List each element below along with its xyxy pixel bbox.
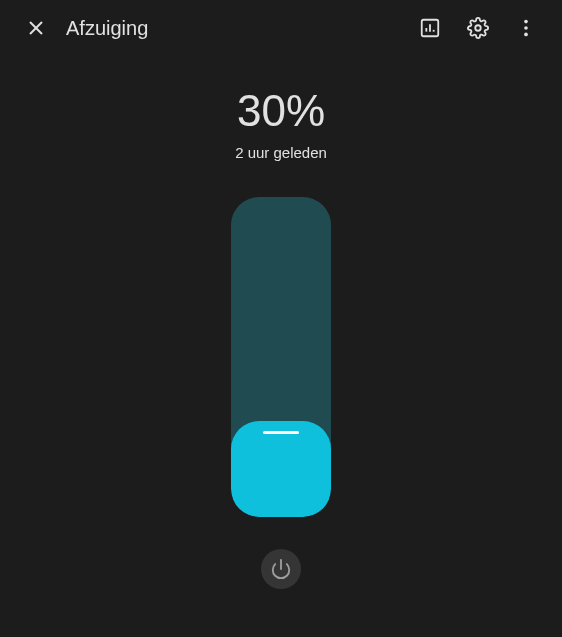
last-updated-timestamp: 2 uur geleden bbox=[235, 144, 327, 161]
slider-fill bbox=[231, 421, 331, 517]
close-icon bbox=[24, 16, 48, 40]
power-icon bbox=[270, 558, 292, 580]
chart-icon bbox=[419, 17, 441, 39]
svg-point-8 bbox=[524, 26, 528, 30]
close-button[interactable] bbox=[16, 8, 56, 48]
power-button[interactable] bbox=[261, 549, 301, 589]
settings-button[interactable] bbox=[458, 8, 498, 48]
percentage-value: 30% bbox=[237, 86, 325, 136]
gear-icon bbox=[467, 17, 489, 39]
svg-point-7 bbox=[524, 20, 528, 24]
slider-handle bbox=[263, 431, 299, 434]
svg-point-6 bbox=[475, 25, 481, 31]
more-vertical-icon bbox=[515, 17, 537, 39]
svg-point-9 bbox=[524, 33, 528, 37]
history-button[interactable] bbox=[410, 8, 450, 48]
more-button[interactable] bbox=[506, 8, 546, 48]
page-title: Afzuiging bbox=[66, 17, 410, 40]
level-slider[interactable] bbox=[231, 197, 331, 517]
